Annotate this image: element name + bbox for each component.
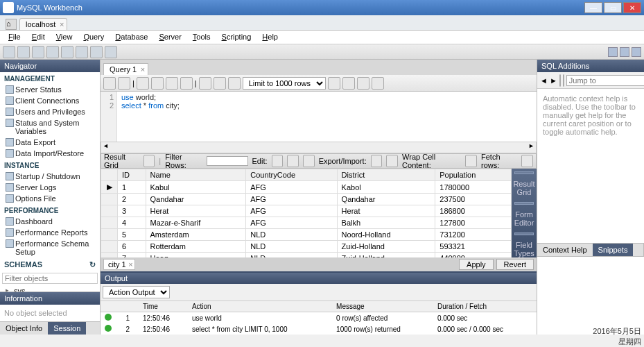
output-type-select[interactable]: Action Output: [103, 286, 170, 298]
limit-select[interactable]: Limit to 1000 rows: [243, 77, 326, 90]
query-tab[interactable]: Query 1 ×: [103, 63, 148, 75]
apply-button[interactable]: Apply: [459, 259, 494, 270]
nav-startup-shutdown[interactable]: Startup / Shutdown: [0, 171, 100, 182]
minimize-button[interactable]: —: [584, 2, 602, 13]
toolbar-button[interactable]: [76, 46, 88, 58]
toolbar-button[interactable]: [61, 46, 73, 58]
toolbar-button[interactable]: [105, 46, 117, 58]
toolbar-button[interactable]: [3, 46, 15, 58]
nav-status-variables[interactable]: Status and System Variables: [0, 117, 100, 137]
panel-toggle-button[interactable]: [620, 47, 629, 57]
panel-toggle-button[interactable]: [608, 47, 618, 57]
jump-input[interactable]: [566, 75, 644, 86]
close-icon[interactable]: ×: [60, 20, 64, 28]
form-editor-button[interactable]: [514, 202, 534, 205]
grid-icon[interactable]: [143, 155, 155, 167]
editor-hscrollbar[interactable]: [101, 142, 537, 153]
edit-icon[interactable]: [287, 155, 299, 167]
schema-filter-input[interactable]: [2, 273, 98, 284]
export-icon[interactable]: [371, 155, 383, 167]
table-row[interactable]: 5AmsterdamNLDNoord-Holland731200: [101, 229, 512, 241]
result-grid-button[interactable]: [514, 171, 534, 174]
edit-icon[interactable]: [303, 155, 315, 167]
nav-data-import[interactable]: Data Import/Restore: [0, 148, 100, 159]
toolbar-button[interactable]: [46, 46, 59, 58]
table-row[interactable]: 3HeratAFGHerat186800: [101, 205, 512, 217]
wrap-icon[interactable]: [372, 77, 384, 90]
commit-icon[interactable]: [199, 77, 211, 90]
nav-perf-schema[interactable]: Performance Schema Setup: [0, 238, 100, 257]
nav-server-status[interactable]: Server Status: [0, 84, 100, 95]
close-icon[interactable]: ×: [141, 65, 145, 74]
nav-perf-reports[interactable]: Performance Reports: [0, 227, 100, 238]
result-tab[interactable]: city 1 ×: [103, 259, 135, 270]
schema-sys[interactable]: sys: [4, 286, 100, 291]
help-icon[interactable]: [559, 74, 561, 87]
find-icon[interactable]: [342, 77, 355, 90]
menu-query[interactable]: Query: [78, 31, 110, 44]
save-icon[interactable]: [118, 77, 130, 90]
auto-help-icon[interactable]: [563, 74, 564, 87]
nav-dashboard[interactable]: Dashboard: [0, 216, 100, 227]
forward-icon[interactable]: ►: [550, 76, 557, 85]
import-icon[interactable]: [386, 155, 398, 167]
nav-client-connections[interactable]: Client Connections: [0, 95, 100, 106]
table-row[interactable]: 4Mazar-e-SharifAFGBalkh127800: [101, 217, 512, 229]
field-types-button[interactable]: [514, 232, 534, 235]
toolbar-button[interactable]: [17, 46, 30, 58]
wrap-icon[interactable]: [465, 155, 477, 167]
nav-options-file[interactable]: Options File: [0, 193, 100, 204]
table-row[interactable]: 2QandaharAFGQandahar237500: [101, 194, 512, 205]
refresh-icon[interactable]: ↻: [89, 260, 96, 269]
filter-input[interactable]: [207, 156, 248, 166]
tab-session[interactable]: Session: [48, 322, 86, 335]
menu-edit[interactable]: Edit: [26, 31, 51, 44]
nav-users-privileges[interactable]: Users and Privileges: [0, 106, 100, 117]
back-icon[interactable]: ◄: [540, 76, 548, 85]
open-file-icon[interactable]: [103, 77, 116, 90]
execute-icon[interactable]: [137, 77, 149, 90]
menu-scripting[interactable]: Scripting: [216, 31, 257, 44]
menu-view[interactable]: View: [51, 31, 78, 44]
table-row[interactable]: 6RotterdamNLDZuid-Holland593321: [101, 241, 512, 253]
autocommit-icon[interactable]: [228, 77, 241, 90]
menu-help[interactable]: Help: [256, 31, 284, 44]
close-icon[interactable]: ×: [128, 260, 132, 269]
column-header[interactable]: ID: [118, 169, 146, 181]
beautify-icon[interactable]: [328, 77, 340, 90]
menu-database[interactable]: Database: [110, 31, 153, 44]
output-row[interactable]: 112:50:46use world0 row(s) affected0.000…: [101, 312, 537, 324]
nav-data-export[interactable]: Data Export: [0, 137, 100, 148]
column-header[interactable]: CountryCode: [246, 169, 337, 181]
close-button[interactable]: ✕: [623, 2, 641, 13]
execute-current-icon[interactable]: [151, 77, 164, 90]
stop-icon[interactable]: [180, 77, 193, 90]
toolbar-button[interactable]: [32, 46, 44, 58]
result-table[interactable]: IDNameCountryCodeDistrictPopulation▶1Kab…: [101, 169, 512, 257]
panel-toggle-button[interactable]: [632, 47, 641, 57]
table-row[interactable]: 7HaagNLDZuid-Holland440900: [101, 253, 512, 258]
home-tab-icon[interactable]: ⌂: [6, 19, 17, 30]
tab-snippets[interactable]: Snippets: [593, 244, 634, 256]
tab-object-info[interactable]: Object Info: [0, 322, 48, 335]
edit-icon[interactable]: [272, 155, 284, 167]
menu-file[interactable]: File: [3, 31, 26, 44]
fetch-icon[interactable]: [521, 155, 533, 167]
toolbar-button[interactable]: [90, 46, 103, 58]
maximize-button[interactable]: ▭: [604, 2, 622, 13]
rollback-icon[interactable]: [214, 77, 226, 90]
invisible-icon[interactable]: [357, 77, 369, 90]
column-header[interactable]: Name: [146, 169, 246, 181]
explain-icon[interactable]: [166, 77, 178, 90]
column-header[interactable]: [101, 169, 118, 181]
connection-tab[interactable]: localhost ×: [19, 18, 67, 30]
tab-context-help[interactable]: Context Help: [537, 244, 593, 256]
table-row[interactable]: ▶1KabulAFGKabol1780000: [101, 181, 512, 194]
output-row[interactable]: 212:50:46select * from city LIMIT 0, 100…: [101, 323, 537, 335]
nav-server-logs[interactable]: Server Logs: [0, 182, 100, 193]
revert-button[interactable]: Revert: [496, 259, 534, 270]
column-header[interactable]: Population: [435, 169, 512, 181]
menu-tools[interactable]: Tools: [187, 31, 216, 44]
menu-server[interactable]: Server: [153, 31, 186, 44]
sql-editor[interactable]: 1 2 use world; select * from city;: [101, 92, 537, 142]
